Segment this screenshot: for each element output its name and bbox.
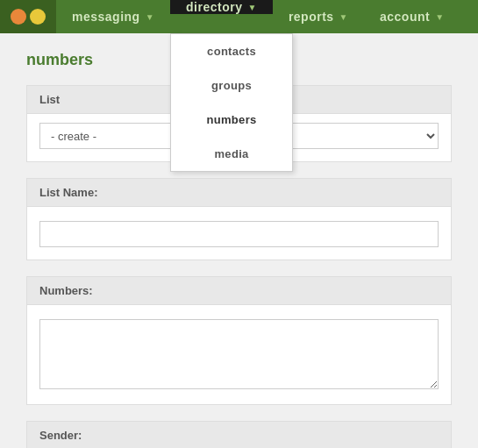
dropdown-item-numbers[interactable]: numbers [171, 103, 292, 137]
nav-label-reports: reports [289, 10, 334, 24]
list-name-input[interactable] [39, 221, 439, 247]
logo-circle-orange [11, 9, 26, 25]
chevron-down-icon-reports: ▼ [339, 12, 348, 22]
list-name-body [27, 207, 451, 260]
nav-label-messaging: messaging [72, 10, 140, 24]
nav-item-messaging[interactable]: messaging ▼ [56, 0, 170, 33]
dropdown-item-groups[interactable]: groups [171, 68, 292, 103]
chevron-down-icon: ▼ [146, 12, 154, 22]
sender-section: Sender: [26, 421, 452, 448]
logo [0, 0, 56, 33]
numbers-textarea[interactable] [39, 319, 439, 389]
nav-dropdown-directory[interactable]: directory ▼ contacts groups numbers medi… [170, 0, 273, 33]
dropdown-item-media[interactable]: media [171, 137, 292, 171]
numbers-section-body [27, 305, 451, 404]
logo-circle-yellow [30, 9, 46, 25]
numbers-section: Numbers: [26, 276, 452, 405]
nav-item-account[interactable]: account ▼ [364, 0, 460, 33]
chevron-down-icon-account: ▼ [435, 12, 444, 22]
nav-label-account: account [380, 10, 430, 24]
nav-item-reports[interactable]: reports ▼ [273, 0, 364, 33]
sender-section-header: Sender: [27, 422, 451, 448]
nav-label-directory: directory [186, 0, 242, 14]
main-nav: messaging ▼ directory ▼ contacts groups … [0, 0, 478, 33]
list-name-section: List Name: [26, 178, 452, 260]
nav-item-directory[interactable]: directory ▼ [170, 0, 273, 14]
directory-dropdown-menu: contacts groups numbers media [170, 33, 293, 172]
dropdown-item-contacts[interactable]: contacts [171, 34, 292, 68]
chevron-down-icon-directory: ▼ [247, 3, 256, 12]
numbers-section-header: Numbers: [27, 277, 451, 305]
list-name-header: List Name: [27, 179, 451, 207]
